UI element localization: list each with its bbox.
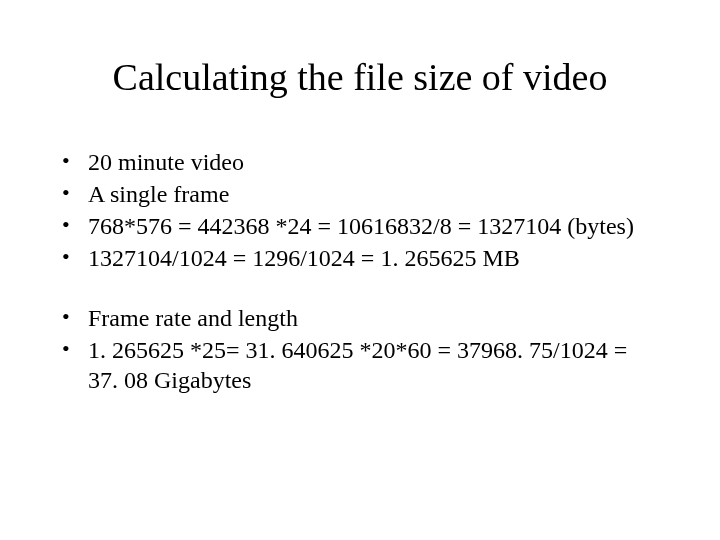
spacer: [60, 275, 660, 303]
list-item: 768*576 = 442368 *24 = 10616832/8 = 1327…: [88, 211, 660, 241]
list-item: 1. 265625 *25= 31. 640625 *20*60 = 37968…: [88, 335, 660, 395]
slide-title: Calculating the file size of video: [60, 55, 660, 99]
list-item: A single frame: [88, 179, 660, 209]
list-item: 1327104/1024 = 1296/1024 = 1. 265625 MB: [88, 243, 660, 273]
bullet-group-2: Frame rate and length 1. 265625 *25= 31.…: [60, 303, 660, 395]
bullet-group-1: 20 minute video A single frame 768*576 =…: [60, 147, 660, 273]
list-item: Frame rate and length: [88, 303, 660, 333]
list-item: 20 minute video: [88, 147, 660, 177]
